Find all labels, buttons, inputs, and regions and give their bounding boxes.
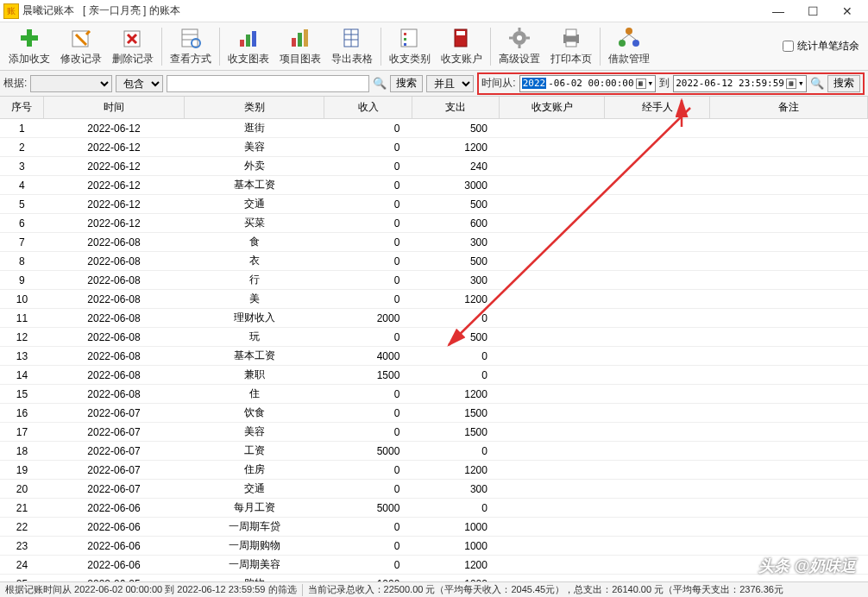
cell: 3 [0,157,44,176]
table-row[interactable]: 142022-06-08兼职15000 [0,366,868,385]
table-row[interactable]: 212022-06-06每月工资50000 [0,499,868,518]
watermark: 头条 @奶味逗 [758,556,856,576]
calendar-icon[interactable]: ▦ [786,79,796,89]
print-button[interactable]: 打印本页 [546,24,596,69]
cell: 美容 [184,138,324,157]
cell [605,537,710,556]
table-row[interactable]: 222022-06-06一周期车贷01000 [0,518,868,537]
cell: 一周期美容 [184,556,324,575]
single-balance-checkbox[interactable]: 统计单笔结余 [783,39,859,53]
table-row[interactable]: 202022-06-07交通0300 [0,480,868,499]
table-scroll[interactable]: 序号时间类别收入支出收支账户经手人备注 12022-06-12逛街0500220… [0,97,868,584]
column-header[interactable]: 收支账户 [500,97,605,119]
cell: 2022-06-12 [44,157,185,176]
cell: 1 [0,119,44,138]
and-select[interactable]: 并且 [426,75,474,92]
cell: 0 [324,157,412,176]
table-row[interactable]: 152022-06-08住01200 [0,385,868,404]
table-row[interactable]: 22022-06-12美容01200 [0,138,868,157]
column-header[interactable]: 时间 [44,97,185,119]
loan-button[interactable]: 借款管理 [604,24,654,69]
cell [710,347,868,366]
table-row[interactable]: 182022-06-07工资50000 [0,442,868,461]
close-button[interactable]: ✕ [830,1,865,22]
column-header[interactable]: 经手人 [605,97,710,119]
cell [605,138,710,157]
chart-iobutton[interactable]: 收支图表 [223,24,274,69]
cell: 240 [412,157,500,176]
svg-point-33 [626,28,632,35]
cell: 1200 [412,461,500,480]
cell [710,328,868,347]
column-header[interactable]: 序号 [0,97,44,119]
table-row[interactable]: 12022-06-12逛街0500 [0,119,868,138]
maximize-button[interactable]: ☐ [796,1,830,22]
table-row[interactable]: 72022-06-08食0300 [0,233,868,252]
table-row[interactable]: 102022-06-08美01200 [0,290,868,309]
category-button[interactable]: 收支类别 [385,24,435,69]
cell: 24 [0,556,44,575]
table-row[interactable]: 132022-06-08基本工资40000 [0,347,868,366]
svg-rect-8 [240,40,244,47]
cell [500,404,605,423]
table-row[interactable]: 32022-06-12外卖0240 [0,157,868,176]
table-row[interactable]: 242022-06-06一周期美容01200 [0,556,868,575]
viewmode-button[interactable]: 查看方式 [166,24,216,69]
cell: 2022-06-12 [44,119,185,138]
chevron-down-icon[interactable]: ▾ [798,78,804,89]
account-button[interactable]: 收支账户 [437,24,487,69]
cell [500,214,605,233]
cell: 2022-06-08 [44,252,185,271]
cell [710,537,868,556]
contain-select[interactable]: 包含 [116,75,163,92]
table-row[interactable]: 112022-06-08理财收入20000 [0,309,868,328]
table-row[interactable]: 42022-06-12基本工资03000 [0,176,868,195]
date-search-button[interactable]: 搜索 [827,75,860,92]
cell: 300 [412,480,500,499]
cell: 0 [324,214,412,233]
column-header[interactable]: 收入 [324,97,412,119]
cell [500,366,605,385]
cell [500,385,605,404]
calendar-icon[interactable]: ▦ [636,79,646,89]
delete-button[interactable]: 删除记录 [108,24,158,69]
cell: 5 [0,195,44,214]
table-row[interactable]: 52022-06-12交通0500 [0,195,868,214]
chevron-down-icon[interactable]: ▾ [648,78,654,89]
table-row[interactable]: 232022-06-06一周期购物01000 [0,537,868,556]
cell [500,157,605,176]
table-row[interactable]: 162022-06-07饮食01500 [0,404,868,423]
cell [605,195,710,214]
table-row[interactable]: 172022-06-07美容01500 [0,423,868,442]
cell [710,157,868,176]
minimize-button[interactable]: — [761,1,796,22]
table-row[interactable]: 82022-06-08衣0500 [0,252,868,271]
column-header[interactable]: 类别 [184,97,324,119]
cell [500,499,605,518]
chart-projbutton[interactable]: 项目图表 [275,24,325,69]
column-header[interactable]: 支出 [412,97,500,119]
cell: 5000 [324,442,412,461]
edit-button[interactable]: 修改记录 [56,24,106,69]
cell [500,233,605,252]
date-from-input[interactable]: 2022-06-02 00:00:00 ▦▾ [519,75,656,92]
table-row[interactable]: 62022-06-12买菜0600 [0,214,868,233]
cell: 食 [184,233,324,252]
cell: 2022-06-08 [44,385,185,404]
table-row[interactable]: 92022-06-08行0300 [0,271,868,290]
cell: 2022-06-08 [44,347,185,366]
table-row[interactable]: 122022-06-08玩0500 [0,328,868,347]
basis-select[interactable] [30,75,112,92]
checkbox-input[interactable] [783,41,794,52]
add-button[interactable]: 添加收支 [4,24,54,69]
search-input[interactable] [167,75,369,92]
export-button[interactable]: 导出表格 [327,24,377,69]
date-to-input[interactable]: 2022-06-12 23:59:59 ▦▾ [673,75,806,92]
cell [710,518,868,537]
cell: 2022-06-08 [44,233,185,252]
column-header[interactable]: 备注 [710,97,868,119]
search-button[interactable]: 搜索 [390,75,423,92]
settings-button[interactable]: 高级设置 [494,24,544,69]
table-row[interactable]: 192022-06-07住房01200 [0,461,868,480]
cell: 美 [184,290,324,309]
